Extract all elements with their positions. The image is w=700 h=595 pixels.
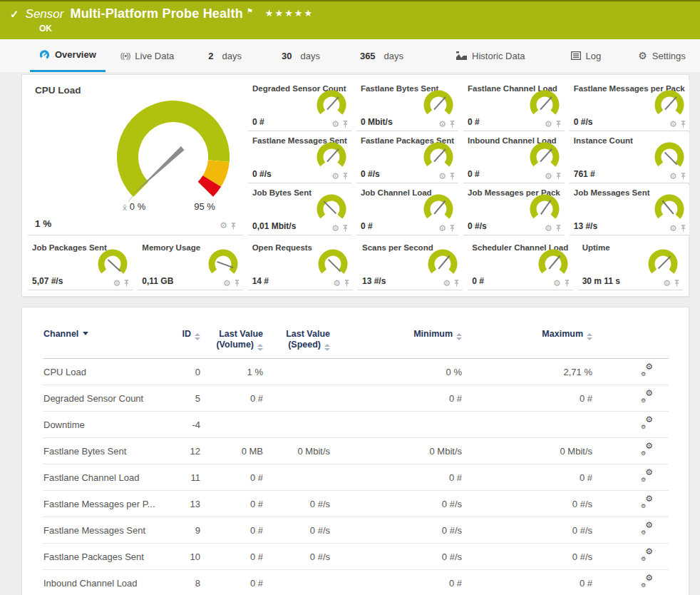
column-header-last-value-volume[interactable]: Last Value (Volume) (200, 319, 263, 359)
cell-last-value-speed: 0 #/s (263, 491, 330, 517)
cell-channel: Fastlane Messages Sent (43, 517, 158, 544)
column-header-last-value-speed[interactable]: Last Value (Speed) (263, 319, 330, 359)
pin-icon[interactable] (123, 279, 130, 288)
column-header-maximum[interactable]: Maximum (462, 319, 592, 359)
gear-icon[interactable]: ⚙ (545, 225, 552, 233)
gauge-tile[interactable]: Fastlane Bytes Sent 0 Mbit/s ⚙ (356, 81, 458, 131)
channel-settings-icon[interactable]: ⚙⚙ (641, 444, 653, 455)
pin-icon[interactable] (555, 224, 562, 233)
tab-live-data[interactable]: ((•)) Live Data (111, 39, 183, 72)
gauge-tile[interactable]: Fastlane Packages Sent 0 #/s ⚙ (356, 133, 458, 183)
tab-overview[interactable]: Overview (30, 39, 105, 72)
pin-icon[interactable] (233, 279, 241, 288)
tab-30-days[interactable]: 30 days (272, 39, 329, 72)
table-row[interactable]: Fastlane Messages Sent 9 0 # 0 #/s 0 #/s… (43, 517, 669, 544)
gear-icon[interactable]: ⚙ (438, 121, 446, 128)
gauge-tile[interactable]: Job Messages Sent 13 #/s ⚙ (570, 185, 689, 235)
gear-icon[interactable]: ⚙ (663, 280, 671, 288)
pin-icon[interactable] (230, 222, 237, 230)
channel-settings-icon[interactable]: ⚙⚙ (641, 471, 653, 482)
pin-icon[interactable] (448, 172, 456, 180)
gauge-tile[interactable]: Job Messages per Pack 0 #/s ⚙ (463, 185, 565, 235)
channel-settings-icon[interactable]: ⚙⚙ (641, 392, 653, 402)
cpu-gauge: x̄ 0 % 95 % (96, 88, 253, 223)
pin-icon[interactable] (555, 120, 562, 128)
pin-icon[interactable] (673, 279, 681, 288)
gauge-tile[interactable]: Uptime 30 m 11 s ⚙ (578, 240, 683, 290)
gear-icon[interactable]: ⚙ (553, 280, 561, 288)
gauge-tile[interactable]: Scans per Second 13 #/s ⚙ (358, 240, 463, 290)
channel-settings-icon[interactable]: ⚙⚙ (641, 524, 653, 534)
cpu-gauge-needle (133, 146, 184, 194)
cell-maximum: 0 # (462, 464, 592, 491)
channel-settings-icon[interactable]: ⚙⚙ (641, 550, 653, 561)
table-row[interactable]: Fastlane Messages per P... 13 0 # 0 #/s … (43, 491, 669, 517)
tab-2-days[interactable]: 2 days (199, 39, 251, 72)
pin-icon[interactable] (343, 279, 351, 288)
gear-icon[interactable]: ⚙ (220, 222, 227, 230)
cell-minimum (330, 412, 462, 438)
pin-icon[interactable] (555, 172, 562, 180)
gear-icon[interactable]: ⚙ (669, 225, 677, 233)
gear-icon[interactable]: ⚙ (438, 225, 446, 233)
gauge-tile[interactable]: Inbound Channel Load 0 # ⚙ (463, 133, 565, 183)
table-row[interactable]: Downtime -4 ⚙⚙ (43, 412, 669, 438)
gear-icon[interactable]: ⚙ (443, 280, 451, 288)
tab-log[interactable]: Log (562, 39, 611, 72)
cell-minimum: 0 # (330, 385, 462, 412)
channel-settings-icon[interactable]: ⚙⚙ (641, 365, 653, 376)
gauge-tile[interactable]: Job Packages Sent 5,07 #/s ⚙ (28, 240, 133, 290)
column-header-minimum[interactable]: Minimum (330, 319, 462, 359)
gear-icon[interactable]: ⚙ (331, 173, 339, 180)
gauge-value: 14 # (252, 276, 269, 286)
priority-stars[interactable]: ★★★★★ (265, 6, 314, 21)
cpu-load-gauge-tile[interactable]: CPU Load x̄ 0 % 95 % 1 % ⚙ (28, 81, 243, 235)
gear-icon[interactable]: ⚙ (331, 225, 339, 233)
pin-icon[interactable] (341, 224, 349, 233)
pin-icon[interactable] (563, 279, 571, 288)
table-row[interactable]: Fastlane Channel Load 11 0 # 0 # 0 # ⚙⚙ (43, 464, 669, 491)
pin-icon[interactable] (679, 224, 687, 233)
gauge-tile[interactable]: Open Requests 14 # ⚙ (248, 240, 353, 290)
gear-icon[interactable]: ⚙ (545, 121, 552, 128)
column-header-channel[interactable]: Channel (43, 319, 158, 359)
table-row[interactable]: Degraded Sensor Count 5 0 # 0 # 0 # ⚙⚙ (43, 385, 669, 412)
gear-icon[interactable]: ⚙ (438, 173, 446, 180)
gear-icon[interactable]: ⚙ (669, 173, 677, 180)
gear-icon[interactable]: ⚙ (331, 121, 339, 128)
pin-icon[interactable] (679, 172, 687, 180)
column-header-id[interactable]: ID (158, 319, 200, 359)
gauge-tile[interactable]: Memory Usage 0,11 GB ⚙ (138, 240, 242, 290)
tab-historic-data[interactable]: Historic Data (447, 39, 534, 72)
pin-icon[interactable] (341, 120, 349, 128)
channel-settings-icon[interactable]: ⚙⚙ (641, 418, 653, 429)
tab-settings[interactable]: ⚙ Settings (629, 39, 695, 72)
table-row[interactable]: CPU Load 0 1 % 0 % 2,71 % ⚙⚙ (43, 359, 669, 385)
table-row[interactable]: Fastlane Packages Sent 10 0 # 0 #/s 0 #/… (43, 544, 669, 570)
gauge-tile[interactable]: Scheduler Channel Load 0 # ⚙ (468, 240, 572, 290)
gear-icon[interactable]: ⚙ (223, 280, 231, 288)
pin-icon[interactable] (453, 279, 460, 288)
gauge-tile[interactable]: Job Bytes Sent 0,01 Mbit/s ⚙ (248, 185, 351, 235)
gauge-tile[interactable]: Fastlane Messages per Pack 0 #/s ⚙ (570, 81, 689, 131)
cell-maximum (462, 412, 592, 438)
channel-settings-icon[interactable]: ⚙⚙ (641, 497, 653, 508)
table-row[interactable]: Fastlane Bytes Sent 12 0 MB 0 Mbit/s 0 M… (43, 438, 669, 464)
gauge-tile[interactable]: Fastlane Messages Sent 0 #/s ⚙ (248, 133, 351, 183)
channel-settings-icon[interactable]: ⚙⚙ (641, 576, 653, 587)
gear-icon[interactable]: ⚙ (669, 121, 677, 128)
gear-icon[interactable]: ⚙ (333, 280, 341, 288)
table-row[interactable]: Inbound Channel Load 8 0 # 0 # 0 # ⚙⚙ (43, 570, 669, 595)
pin-icon[interactable] (679, 120, 687, 128)
gauge-tile[interactable]: Fastlane Channel Load 0 # ⚙ (463, 81, 565, 131)
flag-icon[interactable]: ⚑ (247, 4, 253, 19)
gauge-tile[interactable]: Instance Count 761 # ⚙ (570, 133, 689, 183)
tab-365-days[interactable]: 365 days (351, 39, 413, 72)
pin-icon[interactable] (448, 120, 456, 128)
gauge-tile[interactable]: Degraded Sensor Count 0 # ⚙ (248, 81, 351, 131)
pin-icon[interactable] (448, 224, 456, 233)
pin-icon[interactable] (341, 172, 349, 180)
gear-icon[interactable]: ⚙ (113, 280, 121, 288)
gear-icon[interactable]: ⚙ (545, 173, 552, 180)
gauge-tile[interactable]: Job Channel Load 0 # ⚙ (356, 185, 458, 235)
